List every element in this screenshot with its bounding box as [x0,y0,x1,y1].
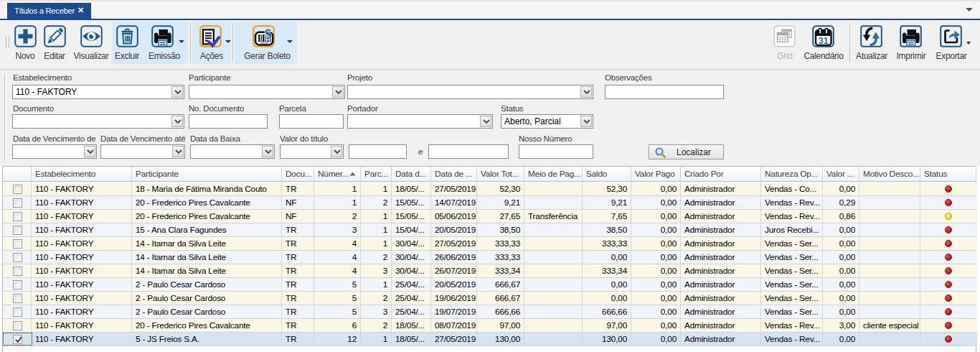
svg-text:$: $ [265,27,272,42]
svg-text:31: 31 [819,36,829,46]
svg-text:001203: 001203 [260,42,268,45]
